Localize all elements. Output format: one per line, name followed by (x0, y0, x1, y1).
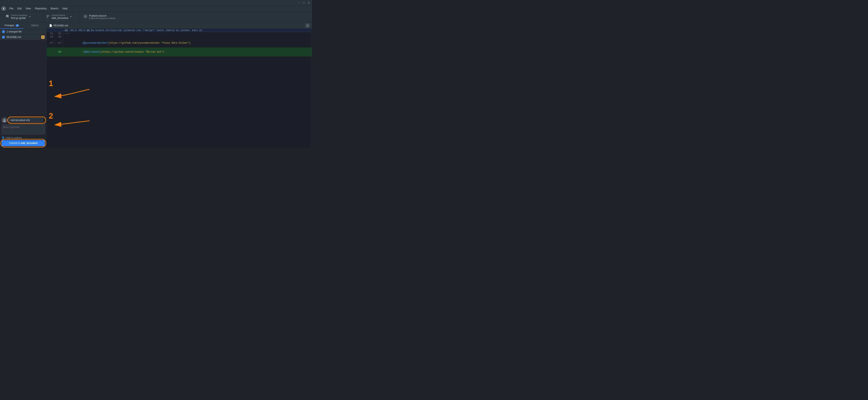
branch-icon (46, 15, 50, 19)
changed-files-header: ✓ 1 changed file (0, 29, 46, 35)
minimize-button[interactable]: − (298, 1, 301, 4)
app-logo (2, 6, 6, 10)
coauthor-icon: 👤+ (2, 136, 6, 139)
repo-icon (6, 15, 9, 19)
diff-line-65: 65 65 --- (47, 32, 312, 35)
diff-filename: README.md (54, 24, 68, 27)
publish-icon (84, 15, 87, 19)
branch-name: add_bircankut (52, 16, 68, 20)
diff-panel: 📄 README.md ⤢ @@ -65,3 +65,4 @@ Bu branc… (47, 22, 312, 148)
file-checkbox[interactable]: ✓ (2, 36, 5, 39)
commit-input-wrapper (8, 118, 45, 123)
sidebar-spacer (0, 40, 46, 115)
commit-summary-row (2, 118, 45, 123)
menu-help[interactable]: Help (61, 7, 69, 10)
commit-summary-input[interactable] (8, 118, 43, 123)
svg-point-1 (3, 8, 4, 9)
tab-history[interactable]: History (23, 22, 47, 29)
repo-name: first-pr-guide (11, 16, 27, 20)
diff-content: @@ -65,3 +65,4 @@ Bu branch birleştirme … (47, 29, 312, 148)
menu-branch[interactable]: Branch (49, 7, 60, 10)
svg-point-2 (4, 119, 5, 121)
changed-files-count: 1 changed file (6, 30, 22, 33)
current-repo-section[interactable]: Current repository first-pr-guide ▼ (2, 11, 43, 22)
menu-view[interactable]: View (24, 7, 33, 10)
sidebar: Changes 1 History ✓ 1 changed file ✓ REA… (0, 22, 47, 148)
expand-diff-button[interactable]: ⤢ (306, 24, 310, 28)
commit-description-input[interactable] (2, 124, 45, 134)
file-name: README.md (6, 36, 41, 39)
menu-edit[interactable]: Edit (16, 7, 23, 10)
file-modified-badge: M (41, 36, 44, 39)
menu-file[interactable]: File (8, 7, 15, 10)
branch-chevron-icon: ▼ (70, 15, 72, 18)
current-branch-label: Current branch (52, 14, 68, 16)
publish-subtitle: Publish this branch to GitHub (89, 17, 116, 20)
repo-chevron-icon: ▼ (29, 15, 31, 18)
menu-repository[interactable]: Repository (33, 7, 48, 10)
main-layout: Changes 1 History ✓ 1 changed file ✓ REA… (0, 22, 312, 148)
current-branch-section[interactable]: Current branch add_bircankut ▼ (43, 11, 80, 22)
changes-badge: 1 (16, 24, 19, 27)
diff-line-68-added: 68 +[@bircankut](https://github.com/birc… (47, 47, 312, 57)
user-avatar (2, 118, 7, 123)
diff-line-66: 66 66 (47, 35, 312, 39)
commit-area: 👤+ Add co-authors Commit to add_bircanku… (0, 115, 46, 148)
file-item-readme[interactable]: ✓ README.md M (0, 35, 46, 40)
diff-table: @@ -65,3 +65,4 @@ Bu branch birleştirme … (47, 29, 312, 57)
menubar: File Edit View Repository Branch Help (0, 6, 312, 11)
commit-button[interactable]: Commit to add_bircankut (2, 140, 45, 146)
titlebar: − □ ✕ (0, 0, 312, 6)
commit-btn-wrapper: Commit to add_bircankut (2, 140, 45, 146)
toolbar: Current repository first-pr-guide ▼ Curr… (0, 11, 312, 22)
publish-title: Publish branch (89, 14, 116, 17)
diff-header: 📄 README.md ⤢ (47, 22, 312, 29)
commit-footer: 👤+ Add co-authors (2, 136, 45, 139)
sidebar-tabs: Changes 1 History (0, 22, 46, 29)
file-icon: 📄 (49, 24, 52, 27)
current-repo-label: Current repository (11, 14, 27, 16)
maximize-button[interactable]: □ (302, 1, 306, 4)
select-all-checkbox[interactable]: ✓ (2, 30, 5, 33)
hunk-header-text: @@ -65,3 +65,4 @@ Bu branch birleştirme … (63, 29, 312, 32)
tab-changes[interactable]: Changes 1 (0, 22, 23, 29)
add-coauthor-button[interactable]: 👤+ Add co-authors (2, 136, 22, 139)
publish-branch-section[interactable]: Publish branch Publish this branch to Gi… (80, 11, 124, 22)
close-button[interactable]: ✕ (307, 1, 310, 4)
diff-hunk-header: @@ -65,3 +65,4 @@ Bu branch birleştirme … (47, 29, 312, 32)
diff-line-67: 67 67 [@yunusemredilber](https://github.… (47, 39, 312, 47)
